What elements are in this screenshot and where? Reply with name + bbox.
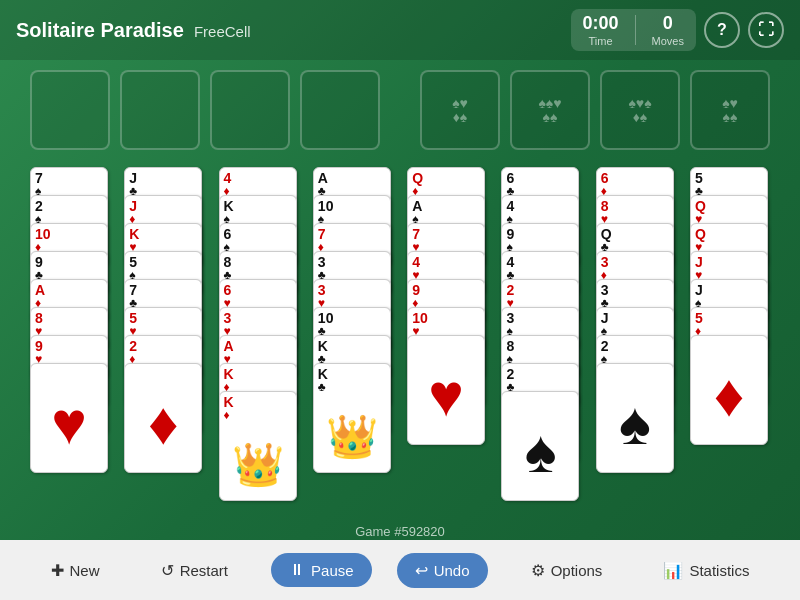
freecell-3[interactable] [210, 70, 290, 150]
timer-box: 0:00 Time 0 Moves [571, 9, 696, 51]
new-button[interactable]: ✚ New [33, 553, 118, 588]
options-icon: ⚙ [531, 561, 545, 580]
column-4: A♣10♠7♦3♣3♥10♣K♣K♣👑 [313, 167, 393, 491]
moves-display: 0 Moves [652, 13, 684, 47]
pause-button[interactable]: ⏸ Pause [271, 553, 372, 587]
foundations: ♠♥ ♦♠ ♠♠♥ ♠♠ ♠♥♠ ♦♠ ♠♥ ♠♠ [420, 70, 770, 155]
statistics-icon: 📊 [663, 561, 683, 580]
restart-icon: ↺ [161, 561, 174, 580]
restart-button[interactable]: ↺ Restart [143, 553, 246, 588]
column-5: Q♦A♠7♥4♥9♦10♥♥ [407, 167, 487, 467]
time-label: Time [589, 35, 613, 47]
game-type: FreeCell [194, 23, 251, 40]
statistics-button[interactable]: 📊 Statistics [645, 553, 767, 588]
card[interactable]: ♥ [30, 363, 108, 473]
foundation-clubs[interactable]: ♠♥♠ ♦♠ [600, 70, 680, 150]
column-2: J♣J♦K♥5♠7♣5♥2♦♦ [124, 167, 204, 491]
top-row: ♠♥ ♦♠ ♠♠♥ ♠♠ ♠♥♠ ♦♠ ♠♥ ♠♠ [30, 70, 770, 155]
card[interactable]: ♠ [596, 363, 674, 473]
game-info: Game #592820 [30, 519, 770, 539]
card[interactable]: ♦ [124, 363, 202, 473]
game-number: Game #592820 [355, 524, 445, 539]
restart-label: Restart [180, 562, 228, 579]
new-icon: ✚ [51, 561, 64, 580]
statistics-label: Statistics [689, 562, 749, 579]
undo-button[interactable]: ↩ Undo [397, 553, 488, 588]
undo-label: Undo [434, 562, 470, 579]
card[interactable]: K♦👑 [219, 391, 297, 501]
freecell-2[interactable] [120, 70, 200, 150]
foundation-hearts[interactable]: ♠♠♥ ♠♠ [510, 70, 590, 150]
options-label: Options [551, 562, 603, 579]
column-3: 4♦K♠6♠8♣6♥3♥A♥K♦K♦👑 [219, 167, 299, 519]
help-button[interactable]: ? [704, 12, 740, 48]
column-6: 6♣4♠9♠4♣2♥3♠8♠2♣♠ [501, 167, 581, 519]
pause-icon: ⏸ [289, 561, 305, 579]
freecell-1[interactable] [30, 70, 110, 150]
freecells [30, 70, 380, 155]
column-1: 7♠2♠10♦9♣A♦8♥9♥♥ [30, 167, 110, 491]
header-right: 0:00 Time 0 Moves ? ⛶ [571, 9, 784, 51]
card[interactable]: ♠ [501, 391, 579, 501]
freecell-4[interactable] [300, 70, 380, 150]
undo-icon: ↩ [415, 561, 428, 580]
moves-label: Moves [652, 35, 684, 47]
columns: 7♠2♠10♦9♣A♦8♥9♥♥ J♣J♦K♥5♠7♣5♥2♦♦ 4♦K♠6♠8… [30, 167, 770, 519]
stat-divider [635, 15, 636, 45]
moves-value: 0 [663, 13, 673, 35]
card[interactable]: ♥ [407, 335, 485, 445]
options-button[interactable]: ⚙ Options [513, 553, 621, 588]
column-7: 6♦8♥Q♣3♦3♣J♠2♠♠ [596, 167, 676, 491]
header: Solitaire Paradise FreeCell 0:00 Time 0 … [0, 0, 800, 60]
header-left: Solitaire Paradise FreeCell [16, 19, 251, 42]
foundation-diamonds[interactable]: ♠♥ ♠♠ [690, 70, 770, 150]
foundation-spades[interactable]: ♠♥ ♦♠ [420, 70, 500, 150]
time-value: 0:00 [583, 13, 619, 35]
card[interactable]: ♦ [690, 335, 768, 445]
pause-label: Pause [311, 562, 354, 579]
app-title: Solitaire Paradise [16, 19, 184, 42]
card[interactable]: K♣👑 [313, 363, 391, 473]
fullscreen-button[interactable]: ⛶ [748, 12, 784, 48]
footer: ✚ New ↺ Restart ⏸ Pause ↩ Undo ⚙ Options… [0, 540, 800, 600]
time-display: 0:00 Time [583, 13, 619, 47]
column-8: 5♣Q♥Q♥J♥J♠5♦♦ [690, 167, 770, 467]
game-area: ♠♥ ♦♠ ♠♠♥ ♠♠ ♠♥♠ ♦♠ ♠♥ ♠♠ 7♠2♠10♦9♣A♦8♥9… [0, 60, 800, 540]
new-label: New [70, 562, 100, 579]
